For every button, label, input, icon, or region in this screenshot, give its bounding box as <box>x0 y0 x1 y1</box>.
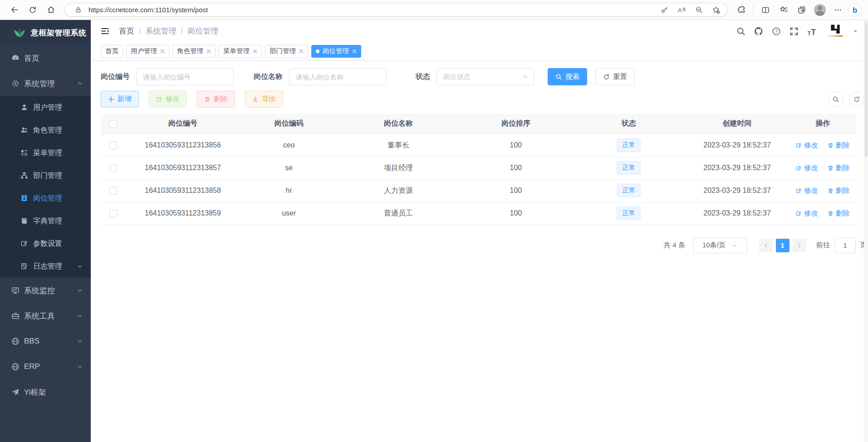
row-delete-link[interactable]: 删除 <box>828 209 850 218</box>
tab-menu-management[interactable]: 菜单管理 <box>219 45 262 58</box>
address-bar[interactable]: https://ccnetcore.com:1101/system/post A <box>64 3 728 17</box>
edit-icon <box>796 165 802 171</box>
search-icon[interactable] <box>736 26 746 36</box>
github-icon[interactable] <box>754 26 764 36</box>
add-favorite-icon[interactable] <box>709 4 723 16</box>
column-operations: 操作 <box>790 114 856 134</box>
sidebar-item-monitor[interactable]: 系统监控 <box>0 278 91 303</box>
row-edit-link[interactable]: 修改 <box>796 186 818 196</box>
table-row[interactable]: 1641030593112313857 se 项目经理 100 正常 2023-… <box>101 157 856 179</box>
select-all-checkbox[interactable] <box>109 120 117 128</box>
table-row[interactable]: 1641030593112313858 hr 人力资源 100 正常 2023-… <box>101 179 856 202</box>
font-size-icon[interactable]: TT <box>807 26 817 36</box>
page-size-select[interactable]: 10条/页 <box>693 238 747 253</box>
row-edit-link[interactable]: 修改 <box>796 163 818 173</box>
collections-button[interactable] <box>794 2 810 18</box>
scrollbar-thumb[interactable] <box>865 21 868 157</box>
sidebar-item-yi-framework[interactable]: Yi框架 <box>0 379 91 405</box>
plus-icon <box>108 96 114 103</box>
search-button[interactable]: 搜索 <box>548 68 587 85</box>
profile-button[interactable] <box>812 2 828 18</box>
sidebar-item-home[interactable]: 首页 <box>0 45 91 71</box>
sidebar-item-system[interactable]: 系统管理 <box>0 71 91 96</box>
sidebar-item-posts[interactable]: 岗位管理 <box>0 187 91 210</box>
sidebar-item-erp[interactable]: ERP <box>0 354 91 379</box>
row-delete-link[interactable]: 删除 <box>828 163 850 173</box>
sidebar-item-label: 角色管理 <box>33 126 62 135</box>
sidebar-item-parameters[interactable]: 参数设置 <box>0 232 91 255</box>
close-icon[interactable] <box>352 49 357 54</box>
refresh-icon <box>29 6 37 14</box>
sidebar-item-label: Yi框架 <box>24 387 46 398</box>
cell-post-sort: 100 <box>459 134 573 157</box>
extensions-button[interactable] <box>733 2 750 18</box>
status-select[interactable]: 岗位状态 <box>436 68 534 85</box>
read-aloud-icon[interactable]: A <box>675 4 688 16</box>
tab-home[interactable]: 首页 <box>101 45 123 58</box>
cell-post-sort: 100 <box>459 179 573 202</box>
zoom-out-icon[interactable] <box>692 4 706 16</box>
key-icon[interactable] <box>657 4 671 16</box>
export-button[interactable]: 导出 <box>245 91 283 108</box>
url-text[interactable]: https://ccnetcore.com:1101/system/post <box>88 6 654 14</box>
favorites-button[interactable] <box>775 2 792 18</box>
prev-page-button[interactable] <box>759 239 773 252</box>
row-checkbox[interactable] <box>109 142 117 149</box>
breadcrumb-home[interactable]: 首页 <box>119 26 134 36</box>
pagination: 共 4 条 10条/页 1 前往 页 <box>101 238 867 253</box>
tab-user-management[interactable]: 用户管理 <box>126 45 169 58</box>
row-checkbox[interactable] <box>109 210 117 217</box>
fullscreen-icon[interactable] <box>789 26 799 36</box>
page-scrollbar[interactable] <box>864 20 868 442</box>
row-delete-link[interactable]: 删除 <box>828 186 850 196</box>
page-number-current[interactable]: 1 <box>776 239 790 252</box>
home-button[interactable] <box>43 2 59 18</box>
copilot-button[interactable]: b <box>848 3 862 17</box>
add-button[interactable]: 新增 <box>101 91 139 108</box>
row-checkbox[interactable] <box>109 187 117 195</box>
close-icon[interactable] <box>253 49 257 54</box>
sidebar-item-bbs[interactable]: BBS <box>0 329 91 354</box>
refresh-table-button[interactable] <box>849 92 864 107</box>
caret-down-icon[interactable] <box>853 29 858 34</box>
delete-button[interactable]: 删除 <box>197 91 235 108</box>
user-avatar[interactable] <box>827 24 843 39</box>
sidebar-item-label: 菜单管理 <box>33 148 62 158</box>
tab-department-management[interactable]: 部门管理 <box>265 45 308 58</box>
toggle-search-button[interactable] <box>828 92 843 107</box>
post-name-input[interactable] <box>289 68 387 85</box>
goto-page-input[interactable] <box>835 238 856 253</box>
edit-button[interactable]: 修改 <box>149 91 187 108</box>
sidebar-item-users[interactable]: 用户管理 <box>0 96 91 119</box>
close-icon[interactable] <box>160 49 165 54</box>
help-icon[interactable]: ? <box>771 26 781 36</box>
reset-button[interactable]: 重置 <box>595 68 635 85</box>
sidebar-item-departments[interactable]: 部门管理 <box>0 164 91 187</box>
sidebar-item-logs[interactable]: 日志管理 <box>0 255 91 278</box>
row-checkbox[interactable] <box>109 164 117 172</box>
close-icon[interactable] <box>299 49 304 54</box>
tab-role-management[interactable]: 角色管理 <box>172 45 216 58</box>
column-post-name: 岗位名称 <box>338 114 459 134</box>
row-delete-link[interactable]: 删除 <box>828 141 850 150</box>
row-edit-link[interactable]: 修改 <box>796 141 818 150</box>
app-logo[interactable]: 意框架管理系统 <box>0 20 91 45</box>
sidebar-item-dictionary[interactable]: 字典管理 <box>0 210 91 232</box>
sidebar-item-menus[interactable]: 菜单管理 <box>0 142 91 164</box>
collapse-sidebar-button[interactable] <box>99 25 111 37</box>
post-id-input[interactable] <box>136 68 234 85</box>
next-page-button[interactable] <box>793 239 806 252</box>
tab-post-management[interactable]: 岗位管理 <box>311 45 361 58</box>
refresh-button[interactable] <box>25 2 41 18</box>
breadcrumb-system[interactable]: 系统管理 <box>146 26 177 36</box>
settings-more-button[interactable] <box>830 2 846 18</box>
sidebar-item-tools[interactable]: 系统工具 <box>0 303 91 329</box>
trash-icon <box>204 96 211 103</box>
sidebar-item-roles[interactable]: 角色管理 <box>0 119 91 142</box>
close-icon[interactable] <box>206 49 211 54</box>
row-edit-link[interactable]: 修改 <box>796 209 818 218</box>
split-screen-button[interactable] <box>757 2 774 18</box>
table-row[interactable]: 1641030593112313856 ceo 董事长 100 正常 2023-… <box>101 134 856 157</box>
table-row[interactable]: 1641030593112313859 user 普通员工 100 正常 202… <box>101 202 856 225</box>
back-button[interactable] <box>6 2 23 18</box>
